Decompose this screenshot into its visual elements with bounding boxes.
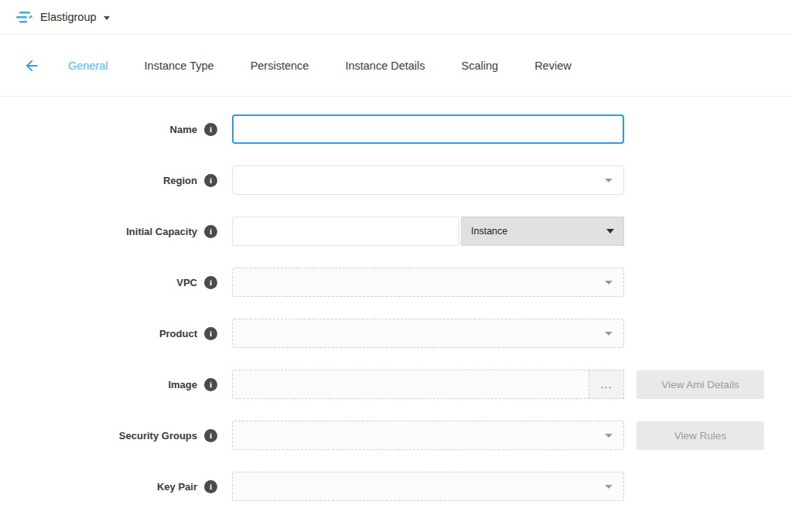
wizard-tab-bar: General Instance Type Persistence Instan… [0,35,792,97]
key-pair-label: Key Pair [157,481,197,493]
arrow-left-icon [23,57,40,74]
form-row-security-groups: Security Groups i View Rules [0,421,792,450]
vpc-label: VPC [176,277,197,288]
image-label: Image [168,379,197,390]
back-button[interactable] [22,56,42,76]
general-form: Name i Region i Initial Capacity i Inst [0,97,792,501]
info-icon[interactable]: i [204,327,217,340]
chevron-down-icon [606,229,614,234]
product-select[interactable] [232,319,624,348]
name-label: Name [170,124,197,135]
topbar: Elastigroup [0,0,792,35]
chevron-down-icon [104,16,110,20]
info-icon[interactable]: i [204,174,217,187]
elastigroup-logo-icon [15,11,33,24]
region-select[interactable] [232,165,624,195]
initial-capacity-input[interactable] [232,217,459,246]
form-row-product: Product i [0,319,792,348]
name-input[interactable] [232,114,624,144]
info-icon[interactable]: i [204,480,217,493]
tab-instance-type[interactable]: Instance Type [145,60,214,72]
capacity-unit-value: Instance [471,226,507,237]
initial-capacity-label: Initial Capacity [126,226,197,237]
tab-list: General Instance Type Persistence Instan… [68,60,572,72]
tab-instance-details[interactable]: Instance Details [345,60,425,72]
tab-persistence[interactable]: Persistence [251,60,309,72]
form-row-vpc: VPC i [0,268,792,297]
chevron-down-icon [605,281,613,285]
capacity-unit-select[interactable]: Instance [461,217,624,246]
image-browse-button[interactable]: ... [589,370,624,399]
info-icon[interactable]: i [204,429,217,442]
form-row-image: Image i ... View Ami Details [0,370,792,399]
key-pair-select[interactable] [232,472,624,501]
tab-review[interactable]: Review [534,60,572,72]
app-name: Elastigroup [40,11,97,23]
chevron-down-icon [605,179,613,182]
tab-general[interactable]: General [68,60,108,72]
view-rules-button[interactable]: View Rules [637,421,764,450]
form-row-key-pair: Key Pair i [0,472,792,501]
tab-scaling[interactable]: Scaling [462,60,499,72]
region-label: Region [163,175,197,186]
vpc-select[interactable] [232,268,624,297]
security-groups-label: Security Groups [119,430,197,442]
image-field[interactable] [232,370,589,399]
info-icon[interactable]: i [204,123,217,136]
view-ami-details-button[interactable]: View Ami Details [637,370,764,399]
info-icon[interactable]: i [204,225,217,238]
app-switcher[interactable]: Elastigroup [15,11,110,24]
form-row-initial-capacity: Initial Capacity i Instance [0,217,792,246]
form-row-region: Region i [0,165,792,195]
security-groups-select[interactable] [232,421,624,450]
info-icon[interactable]: i [204,276,217,289]
chevron-down-icon [605,332,613,336]
form-row-name: Name i [0,114,792,144]
info-icon[interactable]: i [204,378,217,391]
product-label: Product [159,328,197,339]
chevron-down-icon [605,485,613,489]
chevron-down-icon [605,434,613,438]
